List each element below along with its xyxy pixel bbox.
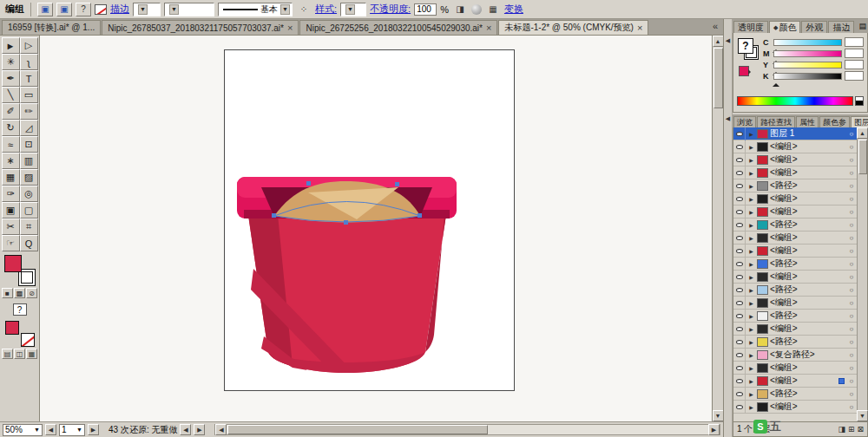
rotate-tool[interactable]: ↻ bbox=[2, 120, 20, 136]
collapse-color-panel-icon[interactable]: ◀ bbox=[724, 35, 732, 47]
expand-arrow-icon[interactable]: ▶ bbox=[747, 300, 755, 306]
scroll-right-icon[interactable]: ▶ bbox=[708, 424, 720, 435]
layer-row[interactable]: ▶<路径>○ bbox=[733, 179, 857, 192]
target-circle-icon[interactable]: ○ bbox=[846, 143, 857, 151]
panel-tab-透明度[interactable]: 透明度 bbox=[733, 21, 768, 33]
panel-tab-颜色参[interactable]: 颜色参 bbox=[819, 116, 850, 127]
layer-row[interactable]: ▶<路径>○ bbox=[733, 284, 857, 297]
target-circle-icon[interactable]: ○ bbox=[846, 325, 857, 333]
horizontal-scroll-thumb[interactable] bbox=[227, 425, 488, 434]
live-paint-selection-tool[interactable]: ▢ bbox=[20, 202, 38, 218]
last-color-swatch[interactable] bbox=[739, 66, 749, 76]
visibility-cell[interactable] bbox=[733, 349, 746, 362]
panel-tab-浏览[interactable]: 浏览 bbox=[733, 116, 756, 127]
zoom-tool[interactable]: Q bbox=[20, 235, 38, 251]
layers-scrollbar[interactable]: ▲ ▼ bbox=[857, 127, 867, 421]
target-circle-icon[interactable]: ○ bbox=[846, 221, 857, 229]
color-fill-stroke-indicator[interactable]: ? bbox=[737, 36, 763, 85]
magic-wand-tool[interactable]: ✳ bbox=[2, 54, 20, 70]
target-circle-icon[interactable]: ○ bbox=[846, 234, 857, 242]
visibility-cell[interactable] bbox=[733, 271, 746, 284]
layer-row[interactable]: ▶<路径>○ bbox=[733, 336, 857, 349]
expand-arrow-icon[interactable]: ▶ bbox=[747, 235, 755, 241]
live-paint-bucket-tool[interactable]: ▣ bbox=[2, 202, 20, 218]
graph-tool[interactable]: ▥ bbox=[20, 153, 38, 169]
expand-arrow-icon[interactable]: ▶ bbox=[747, 339, 755, 345]
artboard-number-box[interactable]: ▼ bbox=[59, 424, 85, 436]
layer-row[interactable]: ▶<路径>○ bbox=[733, 218, 857, 232]
free-transform-tool[interactable]: ⊡ bbox=[20, 136, 38, 153]
opacity-input[interactable] bbox=[414, 3, 437, 16]
opacity-mask-icon[interactable]: ◨ bbox=[452, 3, 468, 16]
target-circle-icon[interactable]: ○ bbox=[846, 364, 857, 372]
slice-tool[interactable]: ⌗ bbox=[20, 218, 38, 235]
target-circle-icon[interactable]: ○ bbox=[846, 351, 857, 359]
status-left-icon[interactable]: ◀ bbox=[180, 424, 191, 435]
channel-slider-M[interactable] bbox=[773, 50, 842, 57]
channel-value-input[interactable] bbox=[845, 60, 864, 69]
layer-row[interactable]: ▶<编组>○ bbox=[733, 375, 857, 388]
layer-row[interactable]: ▶<编组>○ bbox=[733, 297, 857, 310]
none-swatch[interactable] bbox=[21, 333, 35, 347]
mesh-tool[interactable]: ▦ bbox=[2, 169, 20, 186]
visibility-cell[interactable] bbox=[733, 297, 746, 310]
layer-row[interactable]: ▶<路径>○ bbox=[733, 388, 857, 401]
style-dropdown[interactable]: ▼ bbox=[340, 3, 366, 16]
new-art-style-icon[interactable]: ▣ bbox=[56, 3, 72, 16]
target-circle-icon[interactable]: ○ bbox=[846, 247, 857, 255]
tab-close-icon[interactable]: × bbox=[637, 23, 642, 33]
visibility-cell[interactable] bbox=[733, 323, 746, 336]
help-icon[interactable]: ? bbox=[76, 3, 91, 16]
hand-tool[interactable]: ☞ bbox=[2, 235, 20, 251]
tab-close-icon[interactable]: × bbox=[287, 23, 293, 33]
next-artboard-icon[interactable]: ▶ bbox=[88, 424, 99, 435]
layer-row[interactable]: ▶<编组>○ bbox=[733, 271, 857, 284]
visibility-cell[interactable] bbox=[733, 205, 746, 218]
chevron-down-icon[interactable]: ▼ bbox=[76, 427, 82, 433]
layer-row[interactable]: ▶图层 1○ bbox=[733, 127, 857, 140]
channel-slider-Y[interactable] bbox=[773, 62, 842, 68]
target-circle-icon[interactable]: ○ bbox=[846, 169, 857, 177]
screen-mode-full-menu-button[interactable]: ◫ bbox=[14, 349, 25, 359]
collapse-layers-panel-icon[interactable]: ◀ bbox=[724, 113, 732, 125]
channel-slider-K[interactable] bbox=[773, 73, 842, 80]
delete-layer-icon[interactable]: ⊠ bbox=[857, 425, 864, 434]
canvas-vertical-scrollbar[interactable]: ▲ ▼ bbox=[712, 36, 723, 421]
layers-scroll-down-icon[interactable]: ▼ bbox=[857, 410, 868, 421]
expand-arrow-icon[interactable]: ▶ bbox=[747, 222, 755, 228]
visibility-cell[interactable] bbox=[733, 218, 746, 232]
layer-row[interactable]: ▶<编组>○ bbox=[733, 192, 857, 205]
expand-arrow-icon[interactable]: ▶ bbox=[747, 313, 755, 319]
channel-value-input[interactable] bbox=[845, 49, 864, 58]
panel-menu-icon[interactable]: ▤ bbox=[858, 22, 866, 30]
expand-arrow-icon[interactable]: ▶ bbox=[747, 391, 755, 397]
expand-arrow-icon[interactable]: ▶ bbox=[747, 196, 755, 202]
target-circle-icon[interactable]: ○ bbox=[846, 260, 857, 268]
lasso-tool[interactable]: ʅ bbox=[20, 54, 38, 70]
artboard-number-input[interactable] bbox=[62, 425, 74, 434]
none-mode-button[interactable]: ⊘ bbox=[26, 288, 37, 298]
screen-mode-full-button[interactable]: ▦ bbox=[26, 349, 37, 359]
stroke-color-dropdown[interactable]: ▼ bbox=[133, 3, 161, 16]
expand-arrow-icon[interactable]: ▶ bbox=[747, 131, 755, 137]
visibility-cell[interactable] bbox=[733, 388, 746, 401]
expand-arrow-icon[interactable]: ▶ bbox=[747, 404, 755, 410]
blend-tool[interactable]: ◎ bbox=[20, 186, 38, 202]
expand-arrow-icon[interactable]: ▶ bbox=[747, 209, 755, 215]
scissors-tool[interactable]: ✂ bbox=[2, 218, 20, 235]
zoom-dropdown[interactable]: 50% ▼ bbox=[3, 424, 43, 436]
symbol-sprayer-tool[interactable]: ∗ bbox=[2, 153, 20, 169]
channel-slider-C[interactable] bbox=[773, 39, 842, 46]
layer-row[interactable]: ▶<复合路径>○ bbox=[733, 349, 857, 362]
gradient-tool[interactable]: ▨ bbox=[20, 169, 38, 186]
chevron-down-icon[interactable]: ▼ bbox=[169, 4, 179, 15]
expand-arrow-icon[interactable]: ▶ bbox=[747, 352, 755, 358]
help-box[interactable]: ? bbox=[13, 303, 27, 316]
target-circle-icon[interactable]: ○ bbox=[846, 273, 857, 281]
visibility-cell[interactable] bbox=[733, 140, 746, 153]
screen-mode-normal-button[interactable]: ▤ bbox=[2, 349, 13, 359]
layer-row[interactable]: ▶<编组>○ bbox=[733, 323, 857, 336]
target-circle-icon[interactable]: ○ bbox=[846, 377, 857, 385]
target-circle-icon[interactable]: ○ bbox=[846, 403, 857, 411]
tab-close-icon[interactable]: × bbox=[486, 23, 491, 33]
